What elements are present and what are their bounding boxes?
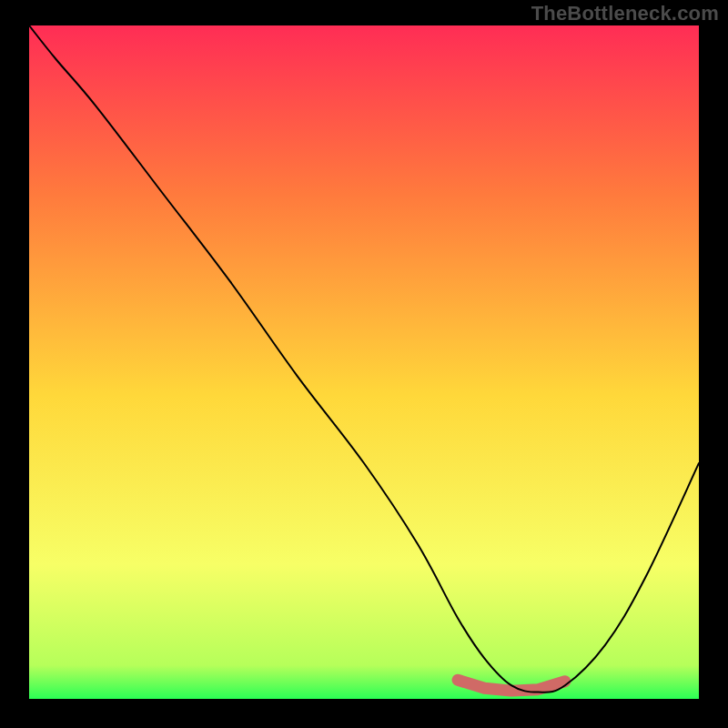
watermark-text: TheBottleneck.com [531,2,719,25]
gradient-rect [29,25,699,699]
plot-area [29,25,699,699]
plot-svg [29,25,699,699]
chart-frame: TheBottleneck.com [0,0,728,728]
